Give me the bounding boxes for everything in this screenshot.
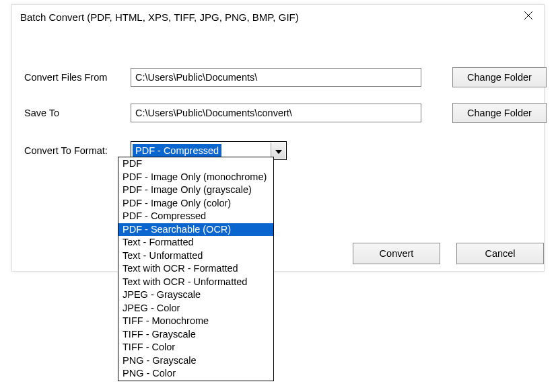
format-option[interactable]: PDF - Image Only (grayscale) bbox=[118, 184, 273, 197]
close-button[interactable] bbox=[513, 5, 544, 26]
dialog-window: Batch Convert (PDF, HTML, XPS, TIFF, JPG… bbox=[11, 4, 545, 272]
format-option[interactable]: Text - Unformatted bbox=[118, 249, 273, 263]
format-option[interactable]: TIFF - Monochrome bbox=[118, 315, 273, 328]
format-option[interactable]: PDF - Searchable (OCR) bbox=[118, 223, 273, 237]
convert-button[interactable]: Convert bbox=[353, 243, 440, 264]
format-option[interactable]: PDF - Image Only (monochrome) bbox=[118, 171, 273, 184]
format-option[interactable]: Text with OCR - Formatted bbox=[118, 262, 273, 276]
format-dropdown-list[interactable]: PDFPDF - Image Only (monochrome)PDF - Im… bbox=[118, 157, 274, 381]
close-icon bbox=[524, 10, 532, 22]
change-folder-to-button[interactable]: Change Folder bbox=[452, 103, 547, 123]
format-option[interactable]: TIFF - Grayscale bbox=[118, 328, 273, 342]
label-save-to: Save To bbox=[24, 108, 59, 118]
format-option[interactable]: PDF bbox=[118, 157, 273, 171]
label-convert-from: Convert Files From bbox=[24, 72, 107, 83]
format-option[interactable]: Text with OCR - Unformatted bbox=[118, 276, 273, 289]
label-convert-format: Convert To Format: bbox=[24, 145, 108, 156]
titlebar: Batch Convert (PDF, HTML, XPS, TIFF, JPG… bbox=[12, 5, 544, 33]
window-title: Batch Convert (PDF, HTML, XPS, TIFF, JPG… bbox=[20, 11, 299, 23]
chevron-down-icon bbox=[275, 145, 282, 156]
cancel-button[interactable]: Cancel bbox=[456, 243, 544, 264]
svg-marker-2 bbox=[275, 150, 282, 154]
format-option[interactable]: JPEG - Grayscale bbox=[118, 288, 273, 302]
format-option[interactable]: PNG - Grayscale bbox=[118, 354, 273, 368]
format-option[interactable]: JPEG - Color bbox=[118, 302, 273, 315]
save-to-input[interactable] bbox=[131, 104, 421, 122]
format-option[interactable]: PDF - Compressed bbox=[118, 210, 273, 223]
format-option[interactable]: Text - Formatted bbox=[118, 236, 273, 249]
change-folder-from-button[interactable]: Change Folder bbox=[452, 67, 547, 87]
format-combobox-selected: PDF - Compressed bbox=[133, 144, 221, 157]
format-option[interactable]: TIFF - Color bbox=[118, 341, 273, 354]
format-option[interactable]: PNG - Color bbox=[118, 367, 273, 381]
convert-from-input[interactable] bbox=[131, 68, 421, 87]
format-option[interactable]: PDF - Image Only (color) bbox=[118, 197, 273, 210]
